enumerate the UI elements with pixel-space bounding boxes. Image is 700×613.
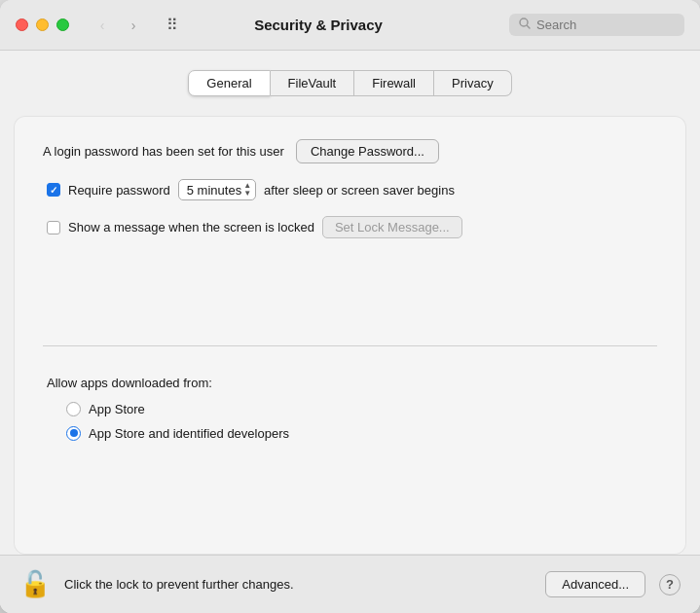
tab-filevault[interactable]: FileVault xyxy=(271,70,355,96)
lock-text: Click the lock to prevent further change… xyxy=(64,577,532,592)
app-store-label: App Store xyxy=(89,402,145,416)
search-icon xyxy=(519,18,531,32)
tabs: General FileVault Firewall Privacy xyxy=(0,70,700,96)
set-lock-message-button: Set Lock Message... xyxy=(322,216,462,238)
settings-panel: A login password has been set for this u… xyxy=(14,116,686,555)
app-store-radio[interactable] xyxy=(66,402,81,416)
content-area: General FileVault Firewall Privacy A log… xyxy=(0,51,700,613)
maximize-button[interactable] xyxy=(56,18,69,31)
require-password-checkbox[interactable] xyxy=(47,183,60,197)
identified-developers-radio[interactable] xyxy=(66,426,81,441)
close-button[interactable] xyxy=(16,18,28,31)
svg-point-0 xyxy=(520,18,528,26)
nav-buttons: ‹ › xyxy=(89,12,147,39)
dropdown-value: 5 minutes xyxy=(187,183,241,198)
password-timeout-dropdown[interactable]: 5 minutes ▲ ▼ xyxy=(178,179,256,200)
radio-app-store: App Store xyxy=(66,402,657,416)
window-title: Security & Privacy xyxy=(139,17,497,33)
require-password-label: Require password xyxy=(68,183,170,198)
allow-apps-section: Allow apps downloaded from: App Store Ap… xyxy=(43,376,657,451)
change-password-button[interactable]: Change Password... xyxy=(296,139,439,163)
bottom-bar: 🔓 Click the lock to prevent further chan… xyxy=(0,555,700,613)
back-button[interactable]: ‹ xyxy=(89,12,116,39)
tab-firewall[interactable]: Firewall xyxy=(354,70,434,96)
password-row: A login password has been set for this u… xyxy=(43,139,657,163)
lock-message-row: Show a message when the screen is locked… xyxy=(47,216,657,238)
tab-privacy[interactable]: Privacy xyxy=(434,70,512,96)
dropdown-arrows: ▲ ▼ xyxy=(243,182,251,198)
radio-identified-developers: App Store and identified developers xyxy=(66,426,657,441)
advanced-button[interactable]: Advanced... xyxy=(545,571,645,597)
svg-line-1 xyxy=(528,26,531,29)
divider xyxy=(43,345,657,346)
titlebar: ‹ › ⠿ Security & Privacy xyxy=(0,0,700,51)
traffic-lights xyxy=(16,18,69,31)
help-button[interactable]: ? xyxy=(659,574,681,595)
identified-developers-label: App Store and identified developers xyxy=(89,426,289,441)
main-window: ‹ › ⠿ Security & Privacy General FileVau… xyxy=(0,0,700,613)
lock-message-checkbox[interactable] xyxy=(47,221,60,234)
password-label: A login password has been set for this u… xyxy=(43,144,284,159)
tab-general[interactable]: General xyxy=(188,70,270,96)
allow-apps-title: Allow apps downloaded from: xyxy=(47,376,657,390)
lock-message-label: Show a message when the screen is locked xyxy=(68,220,314,234)
require-password-row: Require password 5 minutes ▲ ▼ after sle… xyxy=(47,179,657,200)
minimize-button[interactable] xyxy=(36,18,49,31)
search-bar xyxy=(509,14,684,36)
search-input[interactable] xyxy=(536,18,673,32)
after-label: after sleep or screen saver begins xyxy=(264,183,455,198)
lock-icon[interactable]: 🔓 xyxy=(19,569,51,599)
